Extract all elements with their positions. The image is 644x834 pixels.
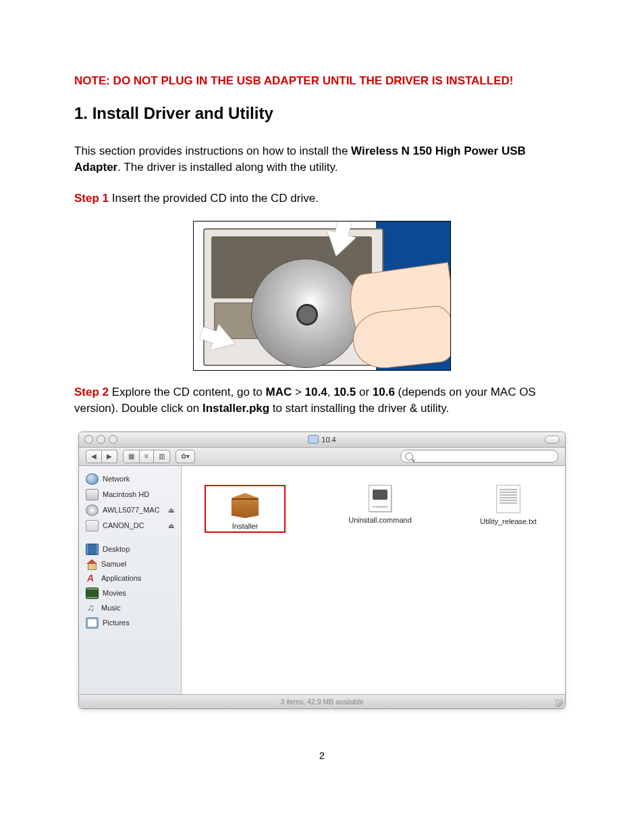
- search-icon: [405, 452, 413, 461]
- file-label: Installer: [232, 522, 259, 530]
- step-2-label: Step 2: [74, 386, 109, 398]
- file-utility-release-txt[interactable]: Utility_release.txt: [475, 485, 542, 533]
- search-field[interactable]: [400, 450, 558, 463]
- network-icon: [86, 473, 99, 485]
- path-v3: 10.6: [373, 386, 395, 398]
- drive-icon: [86, 520, 99, 531]
- file-label: Utility_release.txt: [480, 517, 537, 525]
- home-icon: [86, 559, 97, 569]
- path-mac: MAC: [266, 386, 292, 398]
- music-icon: [86, 603, 97, 613]
- finder-window: 10.4 ◀ ▶ ▦ ≡ ▥ ✿▾ Network Ma: [78, 432, 566, 709]
- path-v2: 10.5: [333, 386, 356, 398]
- finder-content[interactable]: Installer Uninstall.command Utility_rele…: [182, 466, 565, 694]
- folder-icon: [308, 435, 319, 444]
- file-uninstall-command[interactable]: Uninstall.command: [346, 485, 414, 533]
- text-file-icon: [496, 485, 520, 513]
- applications-icon: [86, 573, 97, 583]
- file-installer[interactable]: Installer: [205, 485, 286, 533]
- sidebar-item-canon-dc[interactable]: CANON_DC⏏: [79, 518, 181, 533]
- forward-button[interactable]: ▶: [102, 450, 117, 463]
- sidebar-item-awll5077-mac[interactable]: AWLL5077_MAC⏏: [79, 502, 181, 518]
- resize-grip-icon[interactable]: [555, 699, 563, 707]
- sidebar-item-movies[interactable]: Movies: [79, 585, 181, 601]
- cd-insert-illustration: [193, 221, 451, 371]
- window-title: 10.4: [308, 435, 336, 444]
- step-1: Step 1 Insert the provided CD into the C…: [74, 190, 570, 207]
- page-number: 2: [74, 750, 570, 761]
- zoom-icon[interactable]: [109, 435, 117, 444]
- eject-icon[interactable]: ⏏: [168, 522, 174, 529]
- view-buttons: ▦ ≡ ▥: [123, 450, 170, 463]
- icon-view-button[interactable]: ▦: [123, 450, 140, 463]
- close-icon[interactable]: [84, 435, 93, 444]
- intro-paragraph: This section provides instructions on ho…: [74, 143, 570, 176]
- window-title-text: 10.4: [321, 436, 336, 444]
- hdd-icon: [86, 489, 99, 500]
- sidebar-item-applications[interactable]: Applications: [79, 571, 181, 585]
- command-file-icon: [369, 485, 392, 512]
- action-menu-button[interactable]: ✿▾: [176, 450, 195, 463]
- step-1-text: Insert the provided CD into the CD drive…: [109, 192, 319, 205]
- sidebar-item-music[interactable]: Music: [79, 601, 181, 615]
- path-v1: 10.4: [305, 386, 327, 398]
- section-heading: 1. Install Driver and Utility: [74, 104, 570, 123]
- list-view-button[interactable]: ≡: [140, 450, 154, 463]
- toolbar-toggle-button[interactable]: [545, 436, 560, 444]
- finder-titlebar[interactable]: 10.4: [79, 432, 565, 448]
- minimize-icon[interactable]: [97, 435, 105, 444]
- step-2: Step 2 Explore the CD content, go to MAC…: [74, 384, 570, 417]
- window-controls: [84, 435, 117, 444]
- file-label: Uninstall.command: [348, 516, 412, 524]
- intro-text: This section provides instructions on ho…: [74, 145, 351, 157]
- finder-statusbar: 3 items, 42.9 MB available: [79, 694, 565, 708]
- eject-icon[interactable]: ⏏: [168, 506, 174, 514]
- status-text: 3 items, 42.9 MB available: [280, 698, 363, 706]
- desktop-icon: [86, 544, 99, 555]
- step-1-label: Step 1: [74, 192, 109, 205]
- intro-text-tail: . The driver is installed along with the…: [117, 161, 338, 174]
- warning-note: NOTE: DO NOT PLUG IN THE USB ADAPTER UNT…: [74, 74, 570, 88]
- sidebar-item-home[interactable]: Samuel: [79, 557, 181, 571]
- package-icon: [229, 490, 261, 518]
- sidebar-item-pictures[interactable]: Pictures: [79, 615, 181, 631]
- nav-buttons: ◀ ▶: [86, 450, 117, 463]
- movies-icon: [86, 588, 99, 599]
- sidebar-item-macintosh-hd[interactable]: Macintosh HD: [79, 487, 181, 502]
- sidebar-item-network[interactable]: Network: [79, 471, 181, 487]
- pictures-icon: [86, 617, 99, 629]
- finder-toolbar: ◀ ▶ ▦ ≡ ▥ ✿▾: [79, 448, 565, 466]
- column-view-button[interactable]: ▥: [154, 450, 170, 463]
- cd-icon: [86, 504, 99, 516]
- back-button[interactable]: ◀: [86, 450, 102, 463]
- finder-sidebar: Network Macintosh HD AWLL5077_MAC⏏ CANON…: [79, 466, 182, 694]
- sidebar-item-desktop[interactable]: Desktop: [79, 542, 181, 557]
- installer-pkg: Installer.pkg: [203, 402, 269, 415]
